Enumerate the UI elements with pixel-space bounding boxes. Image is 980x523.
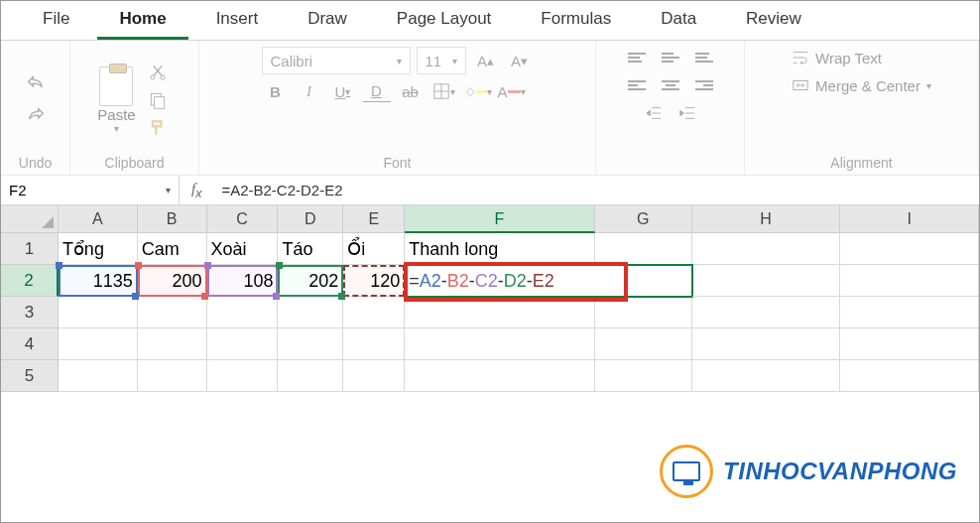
- decrease-font-button[interactable]: A▾: [506, 50, 534, 71]
- watermark: TINHOCVANPHONG: [660, 445, 957, 498]
- align-top-button[interactable]: [623, 47, 651, 68]
- bold-button[interactable]: B: [262, 80, 290, 102]
- cell-H1[interactable]: [692, 233, 841, 265]
- cell-B1[interactable]: Cam: [138, 233, 207, 265]
- group-font-label: Font: [383, 153, 411, 171]
- paste-button[interactable]: Paste ▾: [97, 66, 135, 134]
- formula-bar: F2▾ fx =A2-B2-C2-D2-E2: [1, 176, 979, 205]
- merge-center-button[interactable]: Merge & Center▾: [786, 74, 937, 96]
- underline-button[interactable]: U▾: [329, 80, 357, 102]
- strikethrough-button[interactable]: ab: [397, 80, 425, 102]
- col-header-A[interactable]: A: [59, 205, 138, 233]
- col-header-E[interactable]: E: [343, 205, 405, 233]
- tab-file[interactable]: File: [21, 1, 91, 40]
- ribbon: Undo Paste ▾ Clipboard Calibri▾ 11▾ A▴ A…: [1, 41, 979, 176]
- cell-G1[interactable]: [595, 233, 692, 265]
- increase-font-button[interactable]: A▴: [472, 50, 500, 71]
- group-alignment-label: Alignment: [830, 153, 892, 171]
- increase-indent-button[interactable]: [674, 102, 701, 124]
- cell-F1[interactable]: Thanh long: [405, 233, 595, 265]
- tab-insert[interactable]: Insert: [194, 1, 281, 40]
- row-header-5[interactable]: 5: [1, 360, 59, 392]
- tab-page-layout[interactable]: Page Layout: [375, 1, 513, 40]
- svg-rect-3: [154, 96, 164, 108]
- name-box[interactable]: F2▾: [1, 176, 180, 204]
- tab-draw[interactable]: Draw: [286, 1, 369, 40]
- align-center-button[interactable]: [657, 74, 684, 96]
- row-header-4[interactable]: 4: [1, 328, 59, 360]
- row-header-1[interactable]: 1: [1, 233, 59, 265]
- borders-button[interactable]: ▾: [430, 80, 458, 102]
- group-undo-label: Undo: [19, 153, 52, 171]
- wrap-text-button[interactable]: Wrap Text: [786, 47, 888, 68]
- col-header-I[interactable]: I: [840, 205, 979, 233]
- italic-button[interactable]: I: [296, 80, 323, 102]
- font-size-select[interactable]: 11▾: [417, 47, 466, 74]
- cell-A3[interactable]: [59, 297, 138, 328]
- cut-button[interactable]: [144, 62, 172, 83]
- font-name-select[interactable]: Calibri▾: [262, 47, 411, 74]
- merge-icon: [792, 76, 809, 94]
- clipboard-icon: [99, 66, 133, 106]
- col-header-F[interactable]: F: [405, 205, 595, 233]
- cell-A1[interactable]: Tổng: [59, 233, 138, 265]
- chevron-down-icon: ▾: [114, 123, 119, 134]
- col-header-H[interactable]: H: [692, 205, 841, 233]
- cell-E1[interactable]: Ổi: [343, 233, 405, 265]
- cell-C1[interactable]: Xoài: [207, 233, 279, 265]
- ribbon-tabs: File Home Insert Draw Page Layout Formul…: [1, 1, 979, 41]
- cell-I2[interactable]: [840, 265, 979, 297]
- tab-home[interactable]: Home: [97, 1, 187, 40]
- cell-D1[interactable]: Táo: [278, 233, 343, 265]
- align-middle-button[interactable]: [657, 47, 684, 68]
- cell-B2[interactable]: 200: [138, 265, 207, 297]
- cell-F2[interactable]: =A2-B2-C2-D2-E2: [405, 265, 691, 297]
- tab-formulas[interactable]: Formulas: [519, 1, 633, 40]
- decrease-indent-button[interactable]: [640, 102, 668, 124]
- col-header-D[interactable]: D: [278, 205, 343, 233]
- cell-I1[interactable]: [840, 233, 979, 265]
- align-bottom-button[interactable]: [690, 47, 718, 68]
- wrap-text-icon: [792, 49, 809, 66]
- spreadsheet-grid: A B C D E F G H I 1 Tổng Cam Xoài Táo Ổi…: [1, 205, 979, 392]
- watermark-text: TINHOCVANPHONG: [723, 458, 957, 485]
- row-header-3[interactable]: 3: [1, 297, 59, 328]
- align-left-button[interactable]: [623, 74, 651, 96]
- tab-review[interactable]: Review: [724, 1, 823, 40]
- format-painter-button[interactable]: [144, 117, 172, 139]
- font-color-button[interactable]: A▾: [498, 80, 526, 102]
- svg-point-1: [161, 74, 165, 78]
- col-header-C[interactable]: C: [207, 205, 279, 233]
- cell-E2[interactable]: 120: [343, 265, 405, 297]
- fill-color-button[interactable]: ▾: [464, 80, 492, 102]
- copy-button[interactable]: [144, 89, 172, 111]
- cell-H2[interactable]: [692, 265, 841, 297]
- cell-D2[interactable]: 202: [278, 265, 343, 297]
- align-right-button[interactable]: [690, 74, 718, 96]
- cell-A2[interactable]: 1135: [59, 265, 138, 297]
- undo-button[interactable]: [22, 73, 50, 95]
- col-header-B[interactable]: B: [138, 205, 207, 233]
- select-all-triangle[interactable]: [1, 205, 59, 233]
- fx-icon[interactable]: fx: [180, 181, 213, 200]
- col-header-G[interactable]: G: [595, 205, 692, 233]
- tab-data[interactable]: Data: [639, 1, 718, 40]
- watermark-logo-icon: [660, 445, 713, 498]
- svg-point-0: [151, 74, 155, 78]
- formula-input[interactable]: =A2-B2-C2-D2-E2: [213, 182, 979, 198]
- group-clipboard-label: Clipboard: [105, 153, 165, 171]
- double-underline-button[interactable]: D: [363, 80, 391, 102]
- row-header-2[interactable]: 2: [1, 265, 59, 297]
- cell-C2[interactable]: 108: [207, 265, 279, 297]
- redo-button[interactable]: [22, 105, 50, 127]
